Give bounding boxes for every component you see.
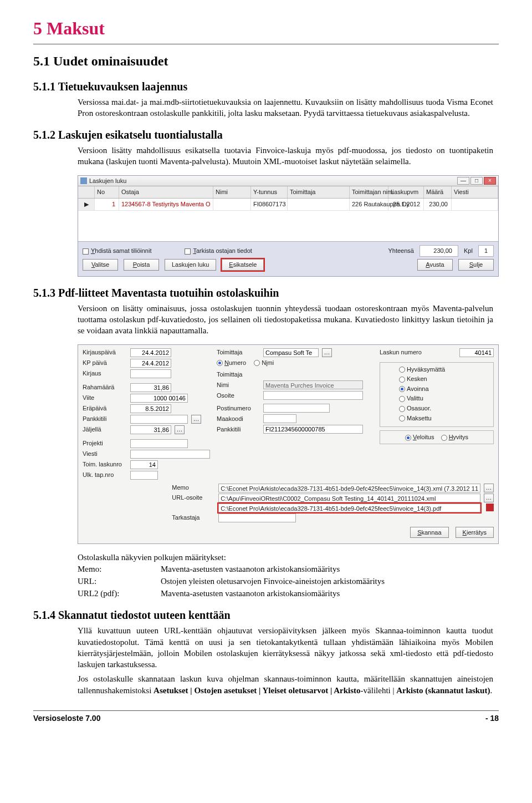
radio-veloitus[interactable]: Veloitus bbox=[405, 434, 434, 440]
radio-avoinna[interactable] bbox=[399, 385, 407, 392]
subsection-5-1-4: 5.1.4 Skannatut tiedostot uuteen kenttää… bbox=[33, 608, 499, 623]
btn-url1-lookup[interactable]: … bbox=[484, 494, 494, 502]
fld-ulktapnro[interactable] bbox=[130, 471, 158, 480]
chk-yhdista[interactable]: Yhdistä samat tiliöinnit bbox=[83, 247, 151, 255]
fld-toimlaskunro[interactable] bbox=[130, 460, 158, 469]
btn-toimittaja-lookup[interactable]: … bbox=[322, 348, 332, 357]
btn-sulje[interactable]: Sulje bbox=[458, 259, 494, 271]
window-minimize-button[interactable]: — bbox=[457, 177, 469, 185]
fld-projekti[interactable] bbox=[130, 439, 188, 448]
lbl-ulktapnro: Ulk. tap.nro bbox=[83, 471, 127, 479]
grid-footer: Yhdistä samat tiliöinnit Tarkista ostaja… bbox=[78, 241, 498, 276]
fld-url1[interactable]: C:\Apu\FinveoiORtesti\C0002_Compasu Soft… bbox=[218, 494, 480, 502]
fld-viite[interactable] bbox=[130, 394, 188, 403]
btn-poista[interactable]: Poista bbox=[124, 259, 159, 271]
status-box: Hyväksymättä Kesken Avoinna Valittu Osas… bbox=[380, 362, 494, 428]
fld-jaljella[interactable] bbox=[130, 425, 171, 434]
section-5-1: 5.1 Uudet ominaisuudet bbox=[33, 52, 499, 70]
fld-kppaiva[interactable] bbox=[130, 359, 171, 368]
def-memo-d: Maventa-asetusten vastaanoton arkistokan… bbox=[161, 563, 499, 575]
col-ostaja[interactable]: Ostaja bbox=[119, 186, 213, 198]
label-yhteensa: Yhteensä bbox=[388, 247, 413, 255]
def-url-t: URL: bbox=[78, 576, 161, 587]
radio-valittu[interactable] bbox=[399, 395, 407, 402]
fld-postinumero[interactable] bbox=[263, 404, 330, 413]
radio-hyvitys[interactable]: Hyvitys bbox=[441, 434, 468, 440]
def-memo-t: Memo: bbox=[78, 563, 161, 575]
lbl-jaljella: Jäljellä bbox=[83, 425, 127, 434]
grid-empty-area bbox=[78, 210, 498, 241]
subsection-5-1-3: 5.1.3 Pdf-liitteet Maventasta tuotuihin … bbox=[33, 286, 499, 301]
lbl-projekti: Projekti bbox=[83, 439, 127, 448]
cell-viesti bbox=[452, 199, 498, 210]
form-col-left: Kirjauspäivä KP päivä Kirjaus Rahamäärä … bbox=[83, 348, 211, 481]
def-url2-d: Maventa-asetusten vastaanoton arkistokan… bbox=[161, 588, 499, 599]
lbl-rahamaara: Rahamäärä bbox=[83, 383, 127, 392]
fld-url2-pdf[interactable]: C:\Econet Pro\Arkisto\ecada328-7131-4b51… bbox=[218, 504, 480, 512]
fld-toimittaja[interactable] bbox=[263, 348, 319, 357]
cell-ostaja: 1234567-8 Testiyritys Maventa O bbox=[119, 199, 213, 210]
grid-row[interactable]: ▶ 1 1234567-8 Testiyritys Maventa O FI08… bbox=[78, 199, 498, 210]
radio-numero[interactable]: Numero bbox=[217, 359, 246, 367]
fld-rahamaara[interactable] bbox=[130, 383, 171, 392]
para-5-1-4a: Yllä kuvattuun uuteen URL-kenttään ohjau… bbox=[78, 625, 493, 670]
fld-laskunnumero[interactable] bbox=[459, 348, 494, 357]
btn-valitse[interactable]: Valitse bbox=[83, 259, 118, 271]
value-kpl: 1 bbox=[478, 245, 494, 257]
lbl-kppaiva: KP päivä bbox=[83, 359, 127, 367]
chapter-heading: 5 Maksut bbox=[33, 17, 499, 44]
label-kpl: Kpl bbox=[464, 247, 473, 255]
lbl-kirjaus: Kirjaus bbox=[83, 369, 127, 378]
btn-memo-lookup[interactable]: … bbox=[484, 484, 494, 492]
cell-ytunnus: FI08607173 bbox=[251, 199, 288, 210]
pdf-icon[interactable] bbox=[486, 504, 494, 511]
def-title: Ostolaskulla näkyvien polkujen määrityks… bbox=[78, 552, 499, 563]
lbl-pankkitili2: Pankkitili bbox=[217, 425, 260, 434]
fld-pankkitili[interactable] bbox=[130, 415, 188, 424]
btn-jaljella-lookup[interactable]: … bbox=[175, 425, 185, 434]
fld-pankkitili2[interactable] bbox=[263, 425, 363, 434]
col-laskupvm[interactable]: Laskupvm bbox=[388, 186, 424, 198]
def-url-d: Ostojen yleisten oletusarvojen Finvoice-… bbox=[161, 576, 499, 587]
radio-maksettu[interactable] bbox=[399, 415, 407, 421]
form-col-right: Laskun numero Hyväksymättä Kesken Avoinn… bbox=[380, 348, 494, 481]
col-maara[interactable]: Määrä bbox=[424, 186, 452, 198]
chk-tarkista[interactable]: Tarkista ostajan tiedot bbox=[185, 247, 252, 255]
cell-toimittaja bbox=[288, 199, 350, 210]
fld-maakoodi[interactable] bbox=[263, 414, 296, 423]
col-nimi[interactable]: Nimi bbox=[213, 186, 251, 198]
btn-esikatsele[interactable]: Esikatsele bbox=[222, 259, 264, 271]
fld-erapaiva[interactable] bbox=[130, 404, 171, 413]
radio-hyvaksymatta[interactable] bbox=[399, 366, 407, 373]
col-ytunnus[interactable]: Y-tunnus bbox=[251, 186, 288, 198]
fld-kirjauspv[interactable] bbox=[130, 348, 171, 357]
fld-kirjaus[interactable] bbox=[130, 369, 171, 378]
radio-osasuor[interactable] bbox=[399, 405, 407, 411]
btn-pankkitili-lookup[interactable]: … bbox=[191, 415, 201, 424]
fld-viesti[interactable] bbox=[130, 450, 210, 459]
window-close-button[interactable]: × bbox=[484, 177, 496, 185]
def-url2-t: URL2 (pdf): bbox=[78, 588, 161, 599]
col-no[interactable]: No bbox=[95, 186, 119, 198]
btn-avusta[interactable]: Avusta bbox=[417, 259, 453, 271]
btn-kierratys[interactable]: Kierrätys bbox=[456, 527, 494, 538]
window-maximize-button[interactable]: □ bbox=[470, 177, 483, 185]
cell-nimi bbox=[213, 199, 251, 210]
lbl-kirjauspv: Kirjauspäivä bbox=[83, 348, 127, 357]
col-toimittaja[interactable]: Toimittaja bbox=[288, 186, 350, 198]
page-footer: Versioseloste 7.00 - 18 bbox=[33, 710, 499, 724]
col-viesti[interactable]: Viesti bbox=[452, 186, 498, 198]
radio-nimi[interactable]: Nimi bbox=[254, 359, 274, 367]
para-5-1-4b: Jos ostolaskulle skannataan laskun kuva … bbox=[78, 673, 493, 696]
col-toimittajan-nimi[interactable]: Toimittajan nimi bbox=[350, 186, 388, 198]
lbl-nimi: Nimi bbox=[217, 381, 260, 389]
lbl-toimittaja2: Toimittaja bbox=[217, 370, 260, 379]
radio-kesken[interactable] bbox=[399, 375, 407, 382]
cell-laskupvm: 25.1.2012 bbox=[388, 199, 424, 210]
fld-memo[interactable]: C:\Econet Pro\Arkisto\ecada328-7131-4b51… bbox=[218, 484, 480, 492]
para-5-1-3: Versioon on lisätty ominaisuus, jossa os… bbox=[78, 303, 493, 337]
fld-tarkastaja[interactable] bbox=[218, 514, 296, 522]
fld-osoite[interactable] bbox=[263, 391, 363, 400]
btn-laskujen-luku[interactable]: Laskujen luku bbox=[165, 259, 216, 271]
btn-skannaa[interactable]: Skannaa bbox=[410, 527, 448, 538]
